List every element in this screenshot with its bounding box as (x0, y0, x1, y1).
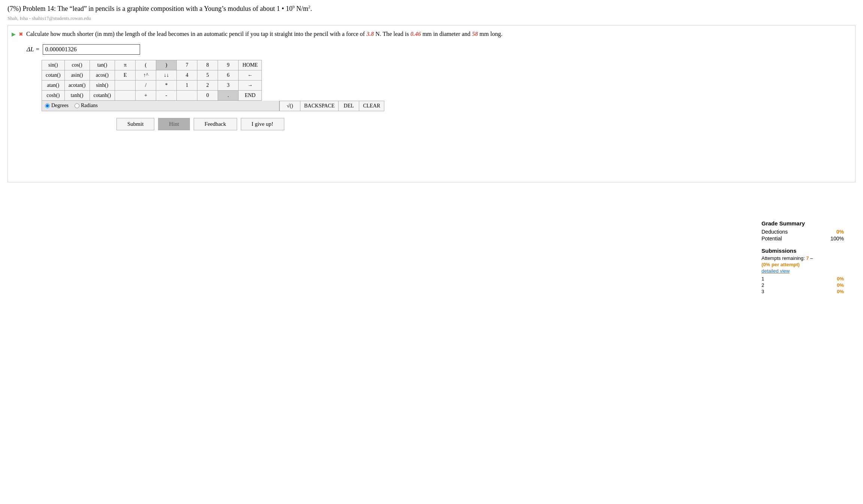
calc-cosh[interactable]: cosh() (42, 90, 65, 100)
degree-radians-row: Degrees Radians (42, 101, 279, 111)
calc-del[interactable]: DEL (339, 101, 359, 111)
calc-dot[interactable]: . (218, 90, 239, 100)
calc-end[interactable]: END (239, 90, 262, 100)
calc-row-1: sin() cos() tan() π ( ) 7 8 9 HOME (42, 60, 262, 70)
detailed-view-link[interactable]: detailed view (761, 268, 844, 274)
problem-header: (7%) Problem 14: The “lead” in pencils i… (7, 4, 856, 14)
feedback-button[interactable]: Feedback (194, 118, 237, 130)
calc-0[interactable]: 0 (197, 90, 218, 100)
sub-3-val: 0% (837, 289, 844, 294)
radians-label[interactable]: Radians (75, 103, 98, 109)
calc-plus[interactable]: + (136, 90, 156, 100)
potential-label: Potential (761, 236, 782, 242)
submit-button[interactable]: Submit (116, 118, 154, 130)
grade-summary-title: Grade Summary (761, 220, 844, 227)
calc-bottom-table: √() BACKSPACE DEL CLEAR (279, 101, 384, 111)
deductions-row: Deductions 0% (761, 229, 844, 235)
calc-atan[interactable]: atan() (42, 80, 65, 90)
submission-3: 3 0% (761, 289, 844, 294)
calc-back-arrow[interactable]: ← (239, 70, 262, 80)
submission-2: 2 0% (761, 282, 844, 288)
calc-acos[interactable]: acos() (90, 70, 115, 80)
question-text: Calculate how much shorter (in mm) the l… (26, 29, 502, 39)
calc-cos[interactable]: cos() (64, 60, 90, 70)
calc-1[interactable]: 1 (177, 80, 197, 90)
attempts-value: 7 (806, 255, 809, 261)
calc-empty-3 (177, 90, 197, 100)
question-line: ▶ ✖ Calculate how much shorter (in mm) t… (12, 29, 851, 39)
calc-multiply[interactable]: * (156, 80, 177, 90)
hint-button[interactable]: Hint (158, 118, 190, 130)
problem-label: (7%) Problem 14: (7, 5, 56, 12)
calc-row-3: atan() acotan() sinh() / * 1 2 3 → (42, 80, 262, 90)
calc-empty-1 (115, 80, 136, 90)
give-up-button[interactable]: I give up! (241, 118, 284, 130)
calc-down[interactable]: ↓↓ (156, 70, 177, 80)
input-row: ΔL = (27, 44, 851, 55)
calc-9[interactable]: 9 (218, 60, 239, 70)
calc-sqrt[interactable]: √() (280, 101, 300, 111)
calc-acotan[interactable]: acotan() (64, 80, 90, 90)
problem-description: The “lead” in pencils is a graphite comp… (57, 5, 312, 12)
calc-pi[interactable]: π (115, 60, 136, 70)
calc-cotan[interactable]: cotan() (42, 70, 65, 80)
calc-forward-arrow[interactable]: → (239, 80, 262, 90)
potential-row: Potential 100% (761, 236, 844, 242)
degrees-label[interactable]: Degrees (45, 103, 69, 109)
delta-label: ΔL = (27, 46, 40, 53)
calc-home[interactable]: HOME (239, 60, 262, 70)
potential-value: 100% (830, 236, 844, 242)
calc-8[interactable]: 8 (197, 60, 218, 70)
calc-bottom-row: √() BACKSPACE DEL CLEAR (280, 101, 384, 111)
calc-row-4: cosh() tanh() cotanh() + - 0 . END (42, 90, 262, 100)
degrees-radio[interactable] (45, 103, 50, 108)
calc-7[interactable]: 7 (177, 60, 197, 70)
per-attempt-line: (0% per attempt) (761, 262, 844, 267)
sub-3-num: 3 (761, 289, 764, 294)
action-buttons: Submit Hint Feedback I give up! (116, 118, 851, 130)
calc-3[interactable]: 3 (218, 80, 239, 90)
calculator-section: sin() cos() tan() π ( ) 7 8 9 HOME cotan… (42, 60, 851, 111)
calc-minus[interactable]: - (156, 90, 177, 100)
calc-2[interactable]: 2 (197, 80, 218, 90)
calc-bottom: Degrees Radians √() BACKSPACE DEL CLEAR (42, 101, 851, 111)
sub-1-num: 1 (761, 276, 764, 282)
calc-cotanh[interactable]: cotanh() (90, 90, 115, 100)
calc-asin[interactable]: asin() (64, 70, 90, 80)
calc-close-paren[interactable]: ) (156, 60, 177, 70)
calc-tan[interactable]: tan() (90, 60, 115, 70)
calc-sin[interactable]: sin() (42, 60, 65, 70)
sub-2-val: 0% (837, 282, 844, 288)
radians-radio[interactable] (75, 103, 79, 108)
calc-backspace[interactable]: BACKSPACE (300, 101, 339, 111)
problem-area: ▶ ✖ Calculate how much shorter (in mm) t… (7, 25, 856, 182)
calc-open-paren[interactable]: ( (136, 60, 156, 70)
deductions-label: Deductions (761, 229, 788, 235)
diameter-value: 0.46 (411, 31, 421, 37)
attempts-line: Attempts remaining: 7 – (761, 255, 844, 261)
length-value: 58 (472, 31, 478, 37)
grade-panel: Grade Summary Deductions 0% Potential 10… (761, 220, 844, 295)
submissions-section: Submissions Attempts remaining: 7 – (0% … (761, 248, 844, 294)
calc-5[interactable]: 5 (197, 70, 218, 80)
submissions-title: Submissions (761, 248, 844, 254)
calc-clear[interactable]: CLEAR (359, 101, 384, 111)
calc-row-2: cotan() asin() acos() E ↑^ ↓↓ 4 5 6 ← (42, 70, 262, 80)
calc-empty-2 (115, 90, 136, 100)
answer-input[interactable] (43, 44, 140, 55)
sub-1-val: 0% (837, 276, 844, 282)
calc-6[interactable]: 6 (218, 70, 239, 80)
calc-up[interactable]: ↑^ (136, 70, 156, 80)
calc-tanh[interactable]: tanh() (64, 90, 90, 100)
submission-1: 1 0% (761, 276, 844, 282)
calc-sinh[interactable]: sinh() (90, 80, 115, 90)
deductions-value: 0% (836, 229, 844, 235)
attempts-dash: – (810, 255, 813, 261)
force-value: 3.8 (366, 31, 374, 37)
x-icon: ✖ (19, 30, 23, 39)
play-icon: ▶ (12, 30, 16, 39)
calc-divide[interactable]: / (136, 80, 156, 90)
calc-e[interactable]: E (115, 70, 136, 80)
calculator-table: sin() cos() tan() π ( ) 7 8 9 HOME cotan… (42, 60, 262, 101)
calc-4[interactable]: 4 (177, 70, 197, 80)
